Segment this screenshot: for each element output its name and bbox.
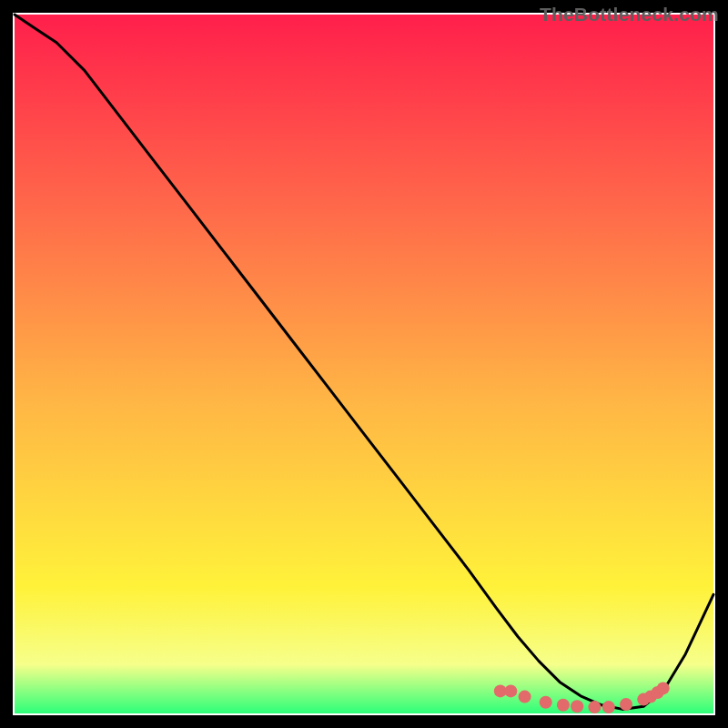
bottleneck-chart bbox=[0, 0, 728, 728]
sweet-spot-dot bbox=[504, 684, 517, 697]
sweet-spot-dot bbox=[519, 691, 531, 703]
gradient-background bbox=[15, 15, 713, 713]
chart-container: TheBottleneck.com bbox=[0, 0, 728, 728]
sweet-spot-dot bbox=[571, 700, 583, 713]
sweet-spot-dot bbox=[540, 696, 552, 709]
sweet-spot-dot bbox=[657, 682, 670, 694]
watermark-text: TheBottleneck.com bbox=[540, 4, 719, 25]
sweet-spot-dot bbox=[602, 701, 615, 713]
sweet-spot-dot bbox=[588, 701, 601, 713]
sweet-spot-dot bbox=[557, 699, 570, 712]
sweet-spot-dot bbox=[620, 698, 632, 711]
